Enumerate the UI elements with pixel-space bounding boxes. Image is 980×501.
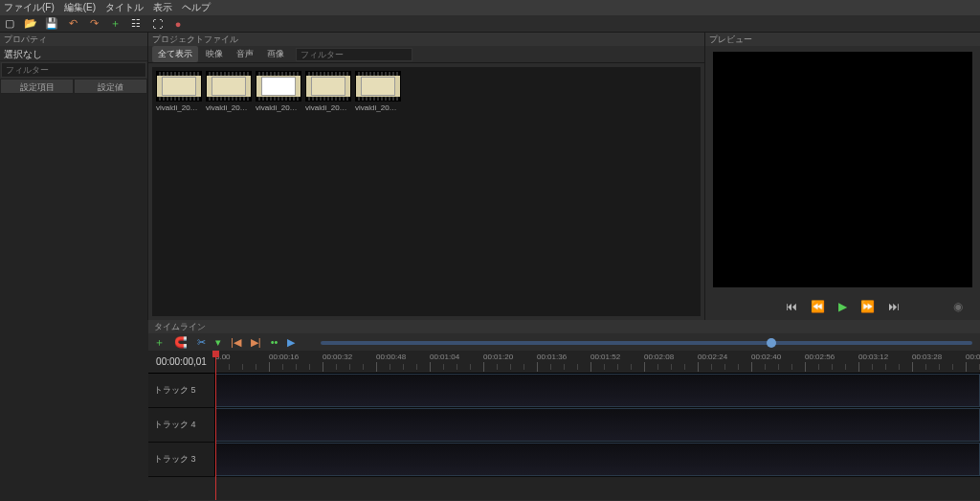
ruler-tick: 00:01:52 — [590, 353, 620, 361]
project-thumbnail[interactable]: vivaldi_2022072... — [206, 71, 252, 312]
preview-video[interactable] — [713, 52, 972, 287]
fast-forward-icon[interactable]: ⏩ — [860, 300, 875, 313]
preview-panel: プレビュー ⏮ ⏪ ▶ ⏩ ⏭ ◉ — [704, 33, 980, 320]
track-header[interactable]: トラック 4 — [148, 408, 215, 442]
property-panel-lower — [0, 320, 148, 501]
property-body — [0, 94, 147, 320]
thumbnail-frame — [206, 71, 252, 102]
ruler-tick: 00:01:36 — [537, 353, 567, 361]
main-toolbar: ▢ 📂 💾 ↶ ↷ ＋ ☷ ⛶ ● — [0, 15, 980, 33]
ruler-tick: 00:03:12 — [858, 353, 888, 361]
redo-icon[interactable]: ↷ — [88, 18, 100, 30]
thumbnail-name: vivaldi_2022072... — [305, 103, 351, 112]
tab-video[interactable]: 映像 — [200, 46, 229, 62]
property-col-value[interactable]: 設定値 — [74, 79, 147, 94]
export-icon[interactable]: ● — [172, 18, 184, 30]
project-thumbnail[interactable]: vivaldi_2022072... — [305, 71, 351, 312]
project-files-header: プロジェクトファイル — [148, 33, 704, 46]
timeline-track: トラック 5 — [148, 374, 980, 408]
tab-image[interactable]: 画像 — [261, 46, 290, 62]
next-marker-icon[interactable]: ▶| — [251, 336, 261, 349]
timeline-track: トラック 3 — [148, 443, 980, 477]
menu-help[interactable]: ヘルプ — [182, 1, 211, 14]
rewind-icon[interactable]: ⏪ — [811, 300, 825, 313]
save-project-icon[interactable]: 💾 — [46, 18, 57, 30]
snapshot-icon[interactable]: ◉ — [953, 300, 963, 313]
track-body[interactable] — [215, 408, 980, 442]
timeline-toolbar: ＋ 🧲 ✂ ▾ |◀ ▶| •• ▶ — [148, 333, 980, 351]
timeline-tracks: トラック 5トラック 4トラック 3 — [148, 374, 980, 500]
project-thumbnail[interactable]: vivaldi_2022072... — [256, 71, 301, 312]
timeline-ruler[interactable]: 0.0000:00:1600:00:3200:00:4800:01:0400:0… — [215, 351, 980, 373]
track-header[interactable]: トラック 3 — [148, 443, 215, 476]
project-files-panel: プロジェクトファイル 全て表示 映像 音声 画像 vivaldi_2022072… — [148, 33, 704, 320]
timeline-area: 00:00:00,01 0.0000:00:1600:00:3200:00:48… — [148, 351, 980, 500]
thumbnail-name: vivaldi_2022072... — [156, 103, 202, 112]
project-thumbnail[interactable]: vivaldi_2022072... — [156, 71, 202, 312]
snap-icon[interactable]: 🧲 — [174, 336, 188, 349]
jump-end-icon[interactable]: ⏭ — [888, 300, 900, 313]
track-body[interactable] — [215, 374, 980, 407]
ruler-tick: 00:02:08 — [644, 353, 674, 361]
thumbnail-frame — [256, 71, 301, 102]
timeline-header: タイムライン — [148, 320, 980, 333]
menu-view[interactable]: 表示 — [153, 1, 172, 14]
property-col-name[interactable]: 設定項目 — [0, 79, 74, 94]
ruler-tick: 00:00:32 — [323, 353, 352, 361]
preview-controls: ⏮ ⏪ ▶ ⏩ ⏭ ◉ — [705, 293, 980, 320]
property-panel-header: プロパティ — [0, 33, 147, 46]
playhead[interactable] — [215, 351, 216, 500]
add-track-icon[interactable]: ＋ — [154, 335, 165, 350]
ruler-tick: 00:02:56 — [805, 353, 835, 361]
timeline-current-time: 00:00:00,01 — [148, 351, 215, 373]
project-thumbnail-grid: vivaldi_2022072...vivaldi_2022072...viva… — [152, 67, 701, 316]
ruler-tick: 00:01:04 — [430, 353, 459, 361]
menu-edit[interactable]: 編集(E) — [64, 1, 96, 14]
track-header[interactable]: トラック 5 — [148, 374, 215, 407]
ruler-tick: 00:01:20 — [483, 353, 513, 361]
menu-file[interactable]: ファイル(F) — [4, 1, 55, 14]
ruler-tick: 00:00:16 — [269, 353, 299, 361]
menu-bar: ファイル(F) 編集(E) タイトル 表示 ヘルプ — [0, 0, 980, 15]
thumbnail-frame — [305, 71, 351, 102]
ruler-tick: 00:00:48 — [376, 353, 406, 361]
thumbnail-name: vivaldi_2022072... — [256, 103, 301, 112]
zoom-slider[interactable] — [321, 341, 972, 345]
property-filter-input[interactable] — [1, 62, 146, 78]
thumbnail-name: vivaldi_2022072... — [206, 103, 252, 112]
open-project-icon[interactable]: 📂 — [25, 18, 36, 30]
thumbnail-frame — [355, 71, 401, 102]
property-panel: プロパティ 選択なし 設定項目 設定値 — [0, 33, 148, 320]
play-icon[interactable]: ▶ — [838, 300, 847, 313]
prev-marker-icon[interactable]: |◀ — [231, 336, 241, 349]
project-filter-input[interactable] — [296, 48, 412, 61]
preview-panel-header: プレビュー — [705, 33, 980, 46]
marker-icon[interactable]: ▾ — [215, 336, 221, 349]
ruler-tick: 00:02:40 — [751, 353, 781, 361]
center-playhead-icon[interactable]: •• — [271, 336, 278, 348]
tab-all[interactable]: 全て表示 — [152, 46, 198, 62]
menu-title[interactable]: タイトル — [105, 1, 144, 14]
fullscreen-icon[interactable]: ⛶ — [151, 18, 163, 30]
ruler-tick: 00:02:24 — [698, 353, 727, 361]
thumbnail-name: vivaldi_2022072... — [355, 103, 401, 112]
ruler-tick: 00:0 — [966, 353, 980, 361]
new-project-icon[interactable]: ▢ — [4, 18, 15, 30]
timeline-track: トラック 4 — [148, 408, 980, 443]
import-files-icon[interactable]: ＋ — [109, 18, 121, 30]
zoom-slider-knob[interactable] — [767, 338, 776, 348]
ripple-icon[interactable]: ▶ — [287, 336, 295, 349]
jump-start-icon[interactable]: ⏮ — [786, 300, 797, 313]
profiles-icon[interactable]: ☷ — [130, 18, 142, 30]
tab-audio[interactable]: 音声 — [231, 46, 259, 62]
razor-icon[interactable]: ✂ — [197, 336, 206, 349]
thumbnail-frame — [156, 71, 202, 102]
project-thumbnail[interactable]: vivaldi_2022072... — [355, 71, 401, 312]
ruler-tick: 00:03:28 — [912, 353, 942, 361]
undo-icon[interactable]: ↶ — [67, 18, 78, 30]
track-body[interactable] — [215, 443, 980, 476]
property-selection: 選択なし — [0, 46, 147, 61]
